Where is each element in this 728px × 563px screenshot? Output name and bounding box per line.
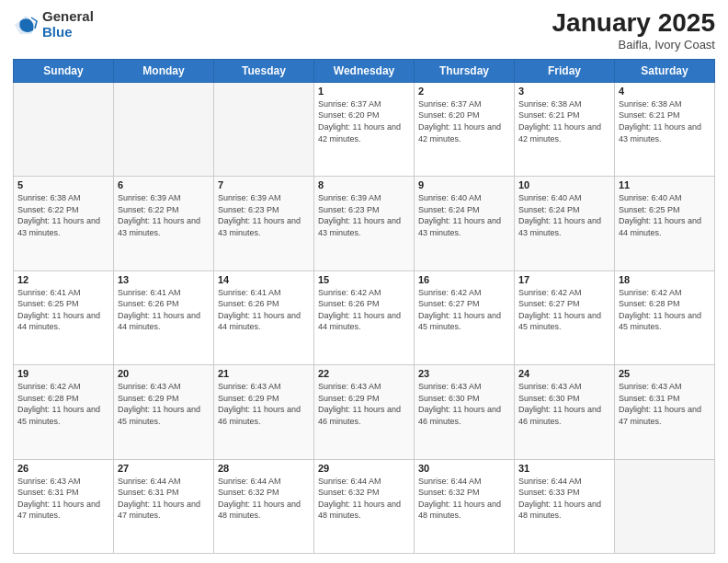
day-info: Sunrise: 6:42 AMSunset: 6:26 PMDaylight:… <box>318 287 410 333</box>
calendar-cell: 31 Sunrise: 6:44 AMSunset: 6:33 PMDaylig… <box>515 459 615 553</box>
logo-icon <box>13 12 39 38</box>
day-info: Sunrise: 6:39 AMSunset: 6:23 PMDaylight:… <box>318 192 410 238</box>
logo-general: General <box>42 9 94 25</box>
day-info: Sunrise: 6:42 AMSunset: 6:27 PMDaylight:… <box>418 287 510 333</box>
calendar-cell: 20 Sunrise: 6:43 AMSunset: 6:29 PMDaylig… <box>114 365 214 459</box>
day-number: 12 <box>17 274 109 285</box>
weekday-header: Sunday <box>14 59 114 82</box>
weekday-header: Friday <box>515 59 615 82</box>
day-number: 18 <box>619 274 711 285</box>
day-info: Sunrise: 6:44 AMSunset: 6:32 PMDaylight:… <box>318 476 410 522</box>
day-info: Sunrise: 6:43 AMSunset: 6:30 PMDaylight:… <box>418 381 510 427</box>
subtitle: Baifla, Ivory Coast <box>552 38 715 52</box>
calendar-cell <box>14 82 114 176</box>
calendar-table: SundayMondayTuesdayWednesdayThursdayFrid… <box>13 59 715 554</box>
logo: General Blue <box>13 9 94 40</box>
calendar-cell: 5 Sunrise: 6:38 AMSunset: 6:22 PMDayligh… <box>14 177 114 270</box>
day-number: 3 <box>518 86 610 97</box>
calendar-cell: 27 Sunrise: 6:44 AMSunset: 6:31 PMDaylig… <box>114 459 214 553</box>
calendar-cell: 11 Sunrise: 6:40 AMSunset: 6:25 PMDaylig… <box>615 177 715 270</box>
day-info: Sunrise: 6:40 AMSunset: 6:25 PMDaylight:… <box>619 192 711 238</box>
day-number: 16 <box>418 274 510 285</box>
calendar-cell: 4 Sunrise: 6:38 AMSunset: 6:21 PMDayligh… <box>615 82 715 176</box>
day-info: Sunrise: 6:37 AMSunset: 6:20 PMDaylight:… <box>318 98 410 144</box>
title-block: January 2025 Baifla, Ivory Coast <box>552 9 715 52</box>
day-info: Sunrise: 6:41 AMSunset: 6:26 PMDaylight:… <box>218 287 310 333</box>
day-info: Sunrise: 6:39 AMSunset: 6:23 PMDaylight:… <box>218 192 310 238</box>
day-info: Sunrise: 6:38 AMSunset: 6:21 PMDaylight:… <box>619 98 711 144</box>
day-info: Sunrise: 6:43 AMSunset: 6:31 PMDaylight:… <box>17 476 109 522</box>
weekday-header: Saturday <box>615 59 715 82</box>
calendar-cell: 23 Sunrise: 6:43 AMSunset: 6:30 PMDaylig… <box>415 365 515 459</box>
day-info: Sunrise: 6:39 AMSunset: 6:22 PMDaylight:… <box>118 192 210 238</box>
day-number: 31 <box>518 463 610 474</box>
day-info: Sunrise: 6:38 AMSunset: 6:21 PMDaylight:… <box>518 98 610 144</box>
calendar-cell: 7 Sunrise: 6:39 AMSunset: 6:23 PMDayligh… <box>214 177 314 270</box>
calendar-cell <box>214 82 314 176</box>
day-info: Sunrise: 6:42 AMSunset: 6:28 PMDaylight:… <box>17 381 109 427</box>
day-info: Sunrise: 6:37 AMSunset: 6:20 PMDaylight:… <box>418 98 510 144</box>
calendar-week-row: 5 Sunrise: 6:38 AMSunset: 6:22 PMDayligh… <box>14 177 715 270</box>
calendar-cell: 29 Sunrise: 6:44 AMSunset: 6:32 PMDaylig… <box>314 459 415 553</box>
calendar-cell: 26 Sunrise: 6:43 AMSunset: 6:31 PMDaylig… <box>14 459 114 553</box>
calendar-cell: 9 Sunrise: 6:40 AMSunset: 6:24 PMDayligh… <box>415 177 515 270</box>
day-number: 1 <box>318 86 410 97</box>
day-number: 28 <box>218 463 310 474</box>
calendar-cell: 15 Sunrise: 6:42 AMSunset: 6:26 PMDaylig… <box>314 270 415 364</box>
calendar-cell: 10 Sunrise: 6:40 AMSunset: 6:24 PMDaylig… <box>515 177 615 270</box>
day-number: 14 <box>218 274 310 285</box>
day-info: Sunrise: 6:41 AMSunset: 6:26 PMDaylight:… <box>118 287 210 333</box>
calendar-cell: 19 Sunrise: 6:42 AMSunset: 6:28 PMDaylig… <box>14 365 114 459</box>
weekday-header: Wednesday <box>314 59 415 82</box>
day-info: Sunrise: 6:41 AMSunset: 6:25 PMDaylight:… <box>17 287 109 333</box>
day-info: Sunrise: 6:40 AMSunset: 6:24 PMDaylight:… <box>418 192 510 238</box>
day-number: 20 <box>118 368 210 379</box>
main-title: January 2025 <box>552 9 715 38</box>
day-info: Sunrise: 6:43 AMSunset: 6:29 PMDaylight:… <box>318 381 410 427</box>
calendar-cell: 12 Sunrise: 6:41 AMSunset: 6:25 PMDaylig… <box>14 270 114 364</box>
calendar-cell: 8 Sunrise: 6:39 AMSunset: 6:23 PMDayligh… <box>314 177 415 270</box>
day-number: 4 <box>619 86 711 97</box>
calendar-cell: 6 Sunrise: 6:39 AMSunset: 6:22 PMDayligh… <box>114 177 214 270</box>
day-info: Sunrise: 6:43 AMSunset: 6:31 PMDaylight:… <box>619 381 711 427</box>
day-number: 15 <box>318 274 410 285</box>
calendar-cell <box>114 82 214 176</box>
day-number: 22 <box>318 368 410 379</box>
day-number: 13 <box>118 274 210 285</box>
calendar-cell: 17 Sunrise: 6:42 AMSunset: 6:27 PMDaylig… <box>515 270 615 364</box>
day-number: 19 <box>17 368 109 379</box>
day-number: 7 <box>218 179 310 190</box>
calendar-cell: 25 Sunrise: 6:43 AMSunset: 6:31 PMDaylig… <box>615 365 715 459</box>
calendar-cell: 13 Sunrise: 6:41 AMSunset: 6:26 PMDaylig… <box>114 270 214 364</box>
calendar-cell: 22 Sunrise: 6:43 AMSunset: 6:29 PMDaylig… <box>314 365 415 459</box>
calendar-week-row: 12 Sunrise: 6:41 AMSunset: 6:25 PMDaylig… <box>14 270 715 364</box>
day-info: Sunrise: 6:44 AMSunset: 6:33 PMDaylight:… <box>518 476 610 522</box>
day-number: 30 <box>418 463 510 474</box>
day-number: 25 <box>619 368 711 379</box>
day-info: Sunrise: 6:42 AMSunset: 6:27 PMDaylight:… <box>518 287 610 333</box>
calendar-cell: 1 Sunrise: 6:37 AMSunset: 6:20 PMDayligh… <box>314 82 415 176</box>
day-number: 26 <box>17 463 109 474</box>
day-info: Sunrise: 6:42 AMSunset: 6:28 PMDaylight:… <box>619 287 711 333</box>
page: General Blue January 2025 Baifla, Ivory … <box>0 0 728 563</box>
day-number: 27 <box>118 463 210 474</box>
day-number: 9 <box>418 179 510 190</box>
calendar-cell: 16 Sunrise: 6:42 AMSunset: 6:27 PMDaylig… <box>415 270 515 364</box>
day-number: 6 <box>118 179 210 190</box>
day-info: Sunrise: 6:40 AMSunset: 6:24 PMDaylight:… <box>518 192 610 238</box>
day-number: 2 <box>418 86 510 97</box>
day-info: Sunrise: 6:44 AMSunset: 6:31 PMDaylight:… <box>118 476 210 522</box>
calendar-week-row: 19 Sunrise: 6:42 AMSunset: 6:28 PMDaylig… <box>14 365 715 459</box>
header: General Blue January 2025 Baifla, Ivory … <box>13 9 715 52</box>
calendar-cell: 24 Sunrise: 6:43 AMSunset: 6:30 PMDaylig… <box>515 365 615 459</box>
day-number: 23 <box>418 368 510 379</box>
weekday-header: Tuesday <box>214 59 314 82</box>
day-number: 10 <box>518 179 610 190</box>
day-number: 29 <box>318 463 410 474</box>
day-info: Sunrise: 6:43 AMSunset: 6:29 PMDaylight:… <box>218 381 310 427</box>
calendar-week-row: 1 Sunrise: 6:37 AMSunset: 6:20 PMDayligh… <box>14 82 715 176</box>
day-info: Sunrise: 6:44 AMSunset: 6:32 PMDaylight:… <box>418 476 510 522</box>
day-number: 8 <box>318 179 410 190</box>
day-info: Sunrise: 6:38 AMSunset: 6:22 PMDaylight:… <box>17 192 109 238</box>
day-number: 21 <box>218 368 310 379</box>
